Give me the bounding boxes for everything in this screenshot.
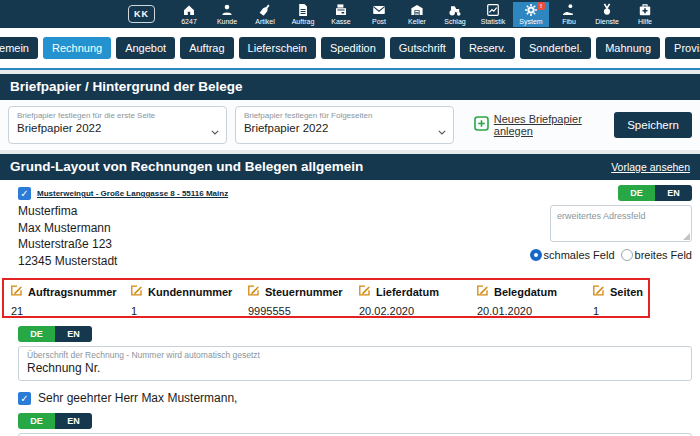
edit-icon[interactable] (358, 283, 371, 301)
section-title: Grund-Layout von Rechnungen und Belegen … (10, 159, 363, 174)
input-value: Rechnung Nr. (27, 361, 683, 375)
select-value: Briefpapier 2022 (17, 122, 204, 134)
sender-checkbox[interactable]: ✓ (18, 187, 31, 200)
tab-rechnung[interactable]: Rechnung (43, 37, 111, 59)
field-label: Seiten (610, 286, 643, 298)
nav-item-label: Kunde (217, 18, 237, 25)
tab-spedition[interactable]: Spedition (321, 37, 385, 59)
nav-item-kasse[interactable]: Kasse (323, 2, 359, 27)
select-value: Briefpapier 2022 (244, 122, 431, 134)
edit-icon[interactable] (592, 283, 605, 301)
wide-field-radio[interactable] (621, 249, 633, 261)
field-label: Belegdatum (494, 286, 557, 298)
app-logo[interactable]: KK (128, 5, 155, 23)
language-toggle: DE EN (618, 185, 692, 201)
briefpapier-section-header: Briefpapier / Hintergrund der Belege (0, 74, 700, 100)
tab-auftrag[interactable]: Auftrag (180, 37, 233, 59)
hand-coin-icon (562, 3, 576, 17)
new-briefpapier-link[interactable]: Neues Briefpapier anlegen (474, 113, 614, 137)
tab-reserv[interactable]: Reserv. (460, 37, 515, 59)
nav-item-fibu[interactable]: Fibu (551, 2, 587, 27)
edit-icon[interactable] (247, 283, 260, 301)
lang-de-button[interactable]: DE (18, 326, 55, 342)
narrow-field-label: schmales Feld (544, 249, 615, 261)
nav-item-statistik[interactable]: Statistik (475, 2, 511, 27)
field-label: Steuernummer (265, 286, 343, 298)
field-value: 9995555 (247, 305, 352, 317)
nav-item-label: 6247 (181, 18, 197, 25)
sender-address-link[interactable]: Musterweingut - Große Langgasse 8 - 5511… (37, 189, 228, 198)
warehouse-icon (410, 3, 424, 17)
nav-item-hilfe[interactable]: Hilfe (627, 2, 663, 27)
nav-items: 6247 Kunde Artikel Auftrag Kasse Post (171, 2, 663, 27)
following-pages-paper-select[interactable]: Briefpapier festlegen für Folgeseiten Br… (235, 106, 454, 144)
extended-address-placeholder: erweitertes Adressfeld (557, 211, 646, 221)
narrow-field-radio[interactable] (530, 249, 542, 261)
edit-icon[interactable] (10, 283, 23, 301)
nav-item-label: Dienste (595, 18, 619, 25)
home-icon (182, 3, 196, 17)
tab-provision[interactable]: Provision (665, 37, 700, 59)
layout-content: ✓ Musterweingut - Große Langgasse 8 - 55… (0, 180, 700, 436)
input-label: Überschrift der Rechnung - Nummer wird a… (27, 350, 683, 360)
address-options-panel: DE EN erweitertes Adressfeld schmales Fe… (546, 185, 692, 261)
nav-item-artikel[interactable]: Artikel (247, 2, 283, 27)
select-label: Briefpapier festlegen für die erste Seit… (17, 111, 204, 120)
chevron-down-icon (438, 122, 446, 130)
field-value: 21 (10, 305, 124, 317)
notification-badge: ! (537, 2, 545, 10)
nav-item-label: Keller (408, 18, 426, 25)
person-icon (220, 3, 234, 17)
layout-section-header: Grund-Layout von Rechnungen und Belegen … (0, 154, 700, 180)
field-lieferdatum: Lieferdatum 20.02.2020 (352, 280, 470, 316)
lang-en-button[interactable]: EN (655, 185, 692, 201)
edit-icon[interactable] (476, 283, 489, 301)
salutation-checkbox[interactable]: ✓ (18, 392, 31, 405)
wide-field-label: breites Feld (635, 249, 692, 261)
nav-item-home[interactable]: 6247 (171, 2, 207, 27)
edit-icon[interactable] (130, 283, 143, 301)
field-label: Auftragsnummer (28, 286, 117, 298)
kopftext-language-toggle: DE EN (18, 413, 692, 429)
salutation-row: ✓ Sehr geehrter Herr Max Mustermann, (18, 391, 692, 405)
lang-en-button[interactable]: EN (55, 413, 92, 429)
nav-item-label: Fibu (562, 18, 576, 25)
tab-mahnung[interactable]: Mahnung (596, 37, 660, 59)
nav-item-schlag[interactable]: Schlag (437, 2, 473, 27)
field-value: 1 (592, 305, 648, 317)
nav-item-system[interactable]: ! System (513, 2, 549, 27)
field-value: 1 (130, 305, 241, 317)
field-auftragsnummer: Auftragsnummer 21 (4, 280, 124, 316)
nav-item-label: Statistik (481, 18, 506, 25)
tab-allgemein[interactable]: Allgemein (0, 37, 38, 59)
tab-angebot[interactable]: Angebot (116, 37, 175, 59)
tab-gutschrift[interactable]: Gutschrift (390, 37, 455, 59)
lang-de-button[interactable]: DE (18, 413, 55, 429)
nav-item-auftrag[interactable]: Auftrag (285, 2, 321, 27)
extended-address-textarea[interactable]: erweitertes Adressfeld (550, 205, 692, 242)
lang-de-button[interactable]: DE (618, 185, 655, 201)
field-steuernummer: Steuernummer 9995555 (241, 280, 352, 316)
chart-icon (486, 3, 500, 17)
bottle-icon (258, 3, 272, 17)
application-window: KK 6247 Kunde Artikel Auftrag Kasse (0, 0, 700, 436)
nav-item-post[interactable]: Post (361, 2, 397, 27)
save-button[interactable]: Speichern (614, 112, 692, 138)
resize-handle-icon[interactable] (683, 233, 690, 240)
section-title: Briefpapier / Hintergrund der Belege (10, 79, 243, 94)
invoice-fields-box: Auftragsnummer 21 Kundennummer 1 Steuern… (2, 278, 650, 318)
gear-icon (524, 3, 538, 17)
invoice-heading-input[interactable]: Überschrift der Rechnung - Nummer wird a… (18, 346, 692, 381)
nav-item-kunde[interactable]: Kunde (209, 2, 245, 27)
nav-item-dienste[interactable]: Dienste (589, 2, 625, 27)
document-type-tabs: Allgemein Rechnung Angebot Auftrag Liefe… (0, 28, 700, 70)
tab-lieferschein[interactable]: Lieferschein (239, 37, 316, 59)
tab-sonderbel[interactable]: Sonderbel. (520, 37, 591, 59)
first-page-paper-select[interactable]: Briefpapier festlegen für die erste Seit… (8, 106, 227, 144)
chevron-down-icon (211, 122, 219, 130)
view-template-link[interactable]: Vorlage ansehen (611, 161, 690, 173)
nav-item-label: Schlag (444, 18, 465, 25)
field-label: Lieferdatum (376, 286, 439, 298)
lang-en-button[interactable]: EN (55, 326, 92, 342)
nav-item-keller[interactable]: Keller (399, 2, 435, 27)
